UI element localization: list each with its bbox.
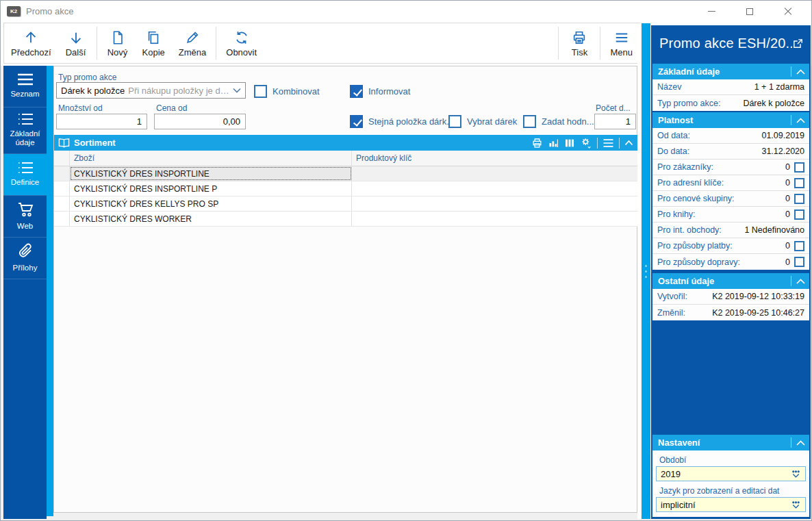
section-header: Platnost	[652, 112, 809, 128]
copy-icon	[146, 29, 161, 45]
book-icon	[58, 138, 70, 148]
row-value: Dárek k položce	[743, 99, 804, 108]
chevron-up-icon[interactable]	[791, 118, 809, 123]
refresh-button[interactable]: Obnovit	[219, 25, 264, 62]
info-row: Pro int. obchody: 1 Nedefinováno	[652, 223, 809, 238]
dropdown-select-icon	[791, 470, 801, 479]
row-value: K2 2019-09-25 10:46:27	[712, 308, 804, 318]
sidebar-item-seznam[interactable]: Seznam	[3, 66, 47, 107]
new-button[interactable]: Nový	[100, 25, 136, 62]
cell-zbozi[interactable]: CYKLISTICKÝ DRES INSPORTLINE P	[70, 181, 352, 196]
print-button-label: Tisk	[572, 47, 587, 58]
same-item-checkbox[interactable]	[350, 115, 363, 128]
period-label: Období	[659, 455, 809, 465]
period-value: 2019	[661, 469, 791, 479]
menu-button[interactable]: Menu	[603, 25, 639, 62]
section-header: Ostatní údaje	[652, 273, 809, 289]
copy-button[interactable]: Kopie	[136, 25, 172, 62]
promo-type-dropdown[interactable]: Dárek k položce Při nákupu položky je dá…	[56, 82, 246, 99]
gear-icon[interactable]	[580, 137, 592, 149]
quantity-from-input[interactable]: 1	[56, 114, 147, 129]
row-label: Pro cenové skupiny:	[657, 194, 785, 203]
change-button[interactable]: Změna	[172, 25, 213, 62]
row-checkbox[interactable]	[794, 162, 804, 173]
language-dropdown[interactable]: implicitní	[656, 497, 806, 512]
cell-zbozi[interactable]: CYKLISTICKÝ DRES KELLYS PRO SP	[70, 196, 352, 211]
maximize-icon	[746, 8, 753, 15]
row-value: 0	[785, 209, 790, 219]
cell-zbozi[interactable]: CYKLISTICKÝ DRES INSPORTLINE	[70, 166, 352, 181]
next-button[interactable]: Další	[58, 25, 94, 62]
cell-produktovy-klic[interactable]	[352, 212, 637, 226]
table-row[interactable]: CYKLISTICKÝ DRES KELLYS PRO SP	[54, 196, 637, 212]
toolbar-right-group: Tisk Menu	[555, 23, 639, 63]
row-indicator	[54, 196, 70, 211]
row-checkbox[interactable]	[794, 209, 804, 220]
menu-icon	[613, 29, 630, 45]
row-checkbox[interactable]	[794, 241, 804, 251]
row-label: Vytvořil:	[657, 292, 712, 301]
previous-button-label: Předchozí	[11, 47, 51, 58]
table-row[interactable]: CYKLISTICKÝ DRES INSPORTLINE P	[54, 181, 637, 196]
chevron-up-icon[interactable]	[624, 140, 633, 146]
next-button-label: Další	[66, 47, 86, 58]
close-button[interactable]	[769, 1, 807, 22]
row-checkbox[interactable]	[794, 178, 804, 188]
sidebar-item-web[interactable]: Web	[3, 196, 47, 238]
row-label: Od data:	[657, 131, 761, 140]
menu-icon[interactable]	[602, 138, 614, 148]
sidebar-item-definice[interactable]: Definice	[3, 154, 47, 196]
period-dropdown[interactable]: 2019	[656, 466, 806, 481]
row-value: 0	[785, 194, 790, 203]
table-row[interactable]: CYKLISTICKÝ DRES INSPORTLINE	[54, 166, 637, 181]
minimize-button[interactable]	[692, 1, 731, 22]
sidebar-item-zakladni-udaje[interactable]: Základní údaje	[3, 107, 47, 154]
kombinovat-checkbox[interactable]	[254, 85, 267, 98]
columns-icon[interactable]	[564, 138, 575, 149]
open-in-window-icon[interactable]	[792, 38, 804, 49]
row-value: 0	[785, 162, 790, 172]
chevron-up-icon[interactable]	[791, 279, 809, 284]
chart-icon[interactable]	[548, 138, 559, 149]
print-button[interactable]: Tisk	[561, 25, 597, 62]
row-checkbox[interactable]	[794, 194, 804, 204]
cell-produktovy-klic[interactable]	[352, 166, 637, 181]
toolbar-separator	[97, 27, 97, 60]
chevron-up-icon[interactable]	[791, 69, 809, 75]
gift-count-input[interactable]: 1	[594, 114, 636, 129]
printer-icon[interactable]	[531, 138, 543, 149]
quantity-from-label: Množství od	[58, 103, 103, 113]
sidebar-item-label: Přílohy	[13, 264, 38, 272]
enter-value-checkbox[interactable]	[523, 115, 536, 128]
informovat-checkbox[interactable]	[350, 85, 363, 98]
column-header-produktovy-klic[interactable]: Produktový klíč	[352, 151, 637, 166]
section-title: Základní údaje	[658, 66, 791, 77]
kombinovat-field: Kombinovat	[254, 85, 320, 98]
cell-produktovy-klic[interactable]	[352, 181, 637, 196]
promo-type-value: Dárek k položce	[61, 86, 125, 96]
previous-button[interactable]: Předchozí	[4, 25, 58, 62]
row-value: 0	[785, 178, 790, 188]
column-header-zbozi[interactable]: Zboží	[70, 151, 352, 166]
panel-splitter[interactable]	[642, 23, 650, 519]
table-row[interactable]: CYKLISTICKÝ DRES WORKER	[54, 212, 637, 227]
sidebar-item-label: Web	[17, 222, 33, 231]
row-label: Pro způsoby platby:	[657, 241, 785, 251]
choose-gift-checkbox[interactable]	[448, 115, 461, 128]
row-label: Pro knihy:	[657, 209, 785, 219]
price-from-input[interactable]: 0,00	[154, 114, 246, 129]
row-checkbox[interactable]	[794, 257, 804, 267]
info-row: Do data: 31.12.2020	[652, 144, 809, 160]
app-window: K2 Promo akce Předchozí Další Nový	[0, 0, 812, 521]
section-zakladni-udaje: Základní údaje Název 1 + 1 zdarma Typ pr…	[652, 64, 809, 111]
cell-produktovy-klic[interactable]	[352, 196, 637, 211]
chevron-down-icon	[233, 88, 241, 93]
change-button-label: Změna	[179, 47, 206, 58]
info-row: Pro způsoby platby: 0	[652, 238, 809, 254]
paperclip-icon	[17, 243, 34, 259]
chevron-up-icon[interactable]	[791, 440, 809, 446]
sidebar-item-prilohy[interactable]: Přílohy	[3, 238, 47, 279]
cell-zbozi[interactable]: CYKLISTICKÝ DRES WORKER	[70, 212, 352, 226]
maximize-button[interactable]	[731, 1, 769, 22]
informovat-label: Informovat	[368, 86, 410, 97]
